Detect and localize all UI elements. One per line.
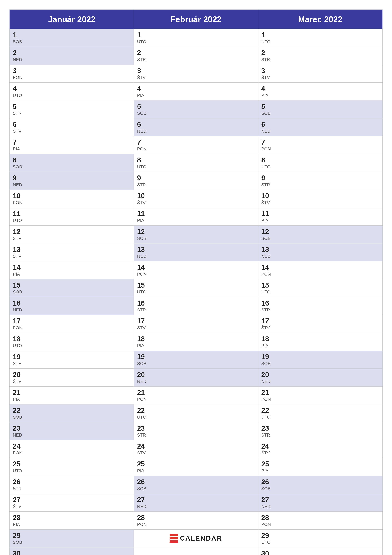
- day-name: ŠTV: [261, 200, 379, 205]
- day-cell-m2-d9: 9STR: [258, 172, 382, 190]
- day-number: 4: [261, 85, 379, 92]
- day-name: SOB: [13, 540, 131, 545]
- day-cell-m2-d3: 3ŠTV: [258, 65, 382, 83]
- day-name: UTO: [261, 540, 379, 545]
- day-cell-m0-d23: 23NED: [10, 422, 134, 440]
- day-number: 1: [137, 31, 255, 39]
- day-number: 26: [137, 478, 255, 486]
- day-number: 8: [137, 156, 255, 164]
- day-number: 27: [137, 496, 255, 504]
- day-name: STR: [13, 110, 131, 116]
- day-cell-m2-d11: 11PIA: [258, 208, 382, 226]
- day-number: 3: [13, 67, 131, 74]
- day-number: 29: [13, 532, 131, 539]
- day-number: 24: [137, 442, 255, 450]
- day-number: 10: [137, 192, 255, 200]
- day-number: 27: [261, 496, 379, 504]
- day-name: ŠTV: [137, 325, 255, 330]
- day-number: 1: [13, 31, 131, 39]
- day-cell-m1-d4: 4PIA: [134, 83, 258, 101]
- day-name: SOB: [137, 110, 255, 116]
- day-name: PIA: [13, 397, 131, 402]
- day-name: ŠTV: [137, 200, 255, 205]
- day-name: NED: [137, 128, 255, 134]
- day-number: 22: [137, 407, 255, 414]
- day-name: ŠTV: [137, 75, 255, 80]
- day-cell-m0-d13: 13ŠTV: [10, 243, 134, 261]
- day-name: UTO: [261, 415, 379, 420]
- day-cell-m2-d4: 4PIA: [258, 83, 382, 101]
- day-name: PON: [261, 271, 379, 277]
- day-number: 5: [13, 103, 131, 110]
- day-number: 25: [137, 460, 255, 468]
- day-number: 18: [13, 335, 131, 343]
- day-cell-m1-d22: 22UTO: [134, 404, 258, 422]
- day-name: UTO: [13, 343, 131, 348]
- day-name: NED: [13, 432, 131, 438]
- day-number: 25: [261, 460, 379, 468]
- day-number: 2: [137, 49, 255, 57]
- day-cell-m2-d23: 23STR: [258, 422, 382, 440]
- day-name: UTO: [137, 39, 255, 44]
- day-name: UTO: [137, 415, 255, 420]
- day-cell-m1-d16: 16STR: [134, 297, 258, 315]
- day-cell-m1-d1: 1UTO: [134, 29, 258, 47]
- day-name: NED: [137, 379, 255, 384]
- day-number: 29: [261, 532, 379, 539]
- day-cell-m1-d8: 8UTO: [134, 154, 258, 172]
- day-name: SOB: [13, 164, 131, 170]
- day-cell-m0-d22: 22SOB: [10, 404, 134, 422]
- month-header-1: Február 2022: [134, 10, 258, 29]
- day-cell-m1-d9: 9STR: [134, 172, 258, 190]
- day-cell-m1-d7: 7PON: [134, 136, 258, 154]
- day-name: PIA: [13, 271, 131, 277]
- day-number: 23: [261, 424, 379, 432]
- day-number: 8: [13, 156, 131, 164]
- day-name: NED: [13, 307, 131, 313]
- calendar-grid: Január 2022Február 2022Marec 20221SOB1UT…: [9, 9, 383, 555]
- day-number: 12: [13, 228, 131, 235]
- day-cell-m1-d11: 11PIA: [134, 208, 258, 226]
- day-cell-m0-d9: 9NED: [10, 172, 134, 190]
- day-name: UTO: [261, 164, 379, 170]
- day-number: 24: [13, 442, 131, 450]
- day-name: PON: [13, 325, 131, 330]
- day-number: 21: [137, 389, 255, 396]
- day-name: PON: [13, 450, 131, 456]
- day-name: STR: [137, 57, 255, 62]
- day-cell-m1-d14: 14PON: [134, 261, 258, 279]
- month-header-2: Marec 2022: [258, 10, 382, 29]
- day-cell-m2-d1: 1UTO: [258, 29, 382, 47]
- day-cell-m0-d10: 10PON: [10, 190, 134, 208]
- day-cell-m0-d5: 5STR: [10, 101, 134, 118]
- day-cell-m2-d15: 15UTO: [258, 279, 382, 297]
- day-number: 20: [13, 371, 131, 379]
- day-name: STR: [261, 182, 379, 188]
- day-number: 11: [13, 210, 131, 218]
- day-number: 14: [137, 263, 255, 271]
- day-number: 15: [13, 281, 131, 289]
- day-number: 21: [13, 389, 131, 396]
- day-name: NED: [261, 128, 379, 134]
- day-name: SOB: [261, 361, 379, 366]
- day-number: 16: [13, 299, 131, 307]
- day-number: 28: [13, 514, 131, 521]
- day-cell-m1-d5: 5SOB: [134, 101, 258, 118]
- day-cell-m2-d7: 7PON: [258, 136, 382, 154]
- day-number: 6: [137, 121, 255, 128]
- day-cell-m2-d10: 10ŠTV: [258, 190, 382, 208]
- day-number: 11: [261, 210, 379, 218]
- day-name: PON: [137, 146, 255, 152]
- day-number: 5: [137, 103, 255, 110]
- day-cell-m0-d24: 24PON: [10, 440, 134, 458]
- day-number: 18: [137, 335, 255, 343]
- day-name: STR: [261, 432, 379, 438]
- day-number: 6: [13, 121, 131, 128]
- day-number: 27: [13, 496, 131, 504]
- logo: CALENDAR: [170, 534, 222, 543]
- day-number: 17: [137, 317, 255, 325]
- day-number: 30: [13, 550, 131, 555]
- day-number: 12: [137, 228, 255, 235]
- day-number: 30: [261, 550, 379, 555]
- day-number: 17: [13, 317, 131, 325]
